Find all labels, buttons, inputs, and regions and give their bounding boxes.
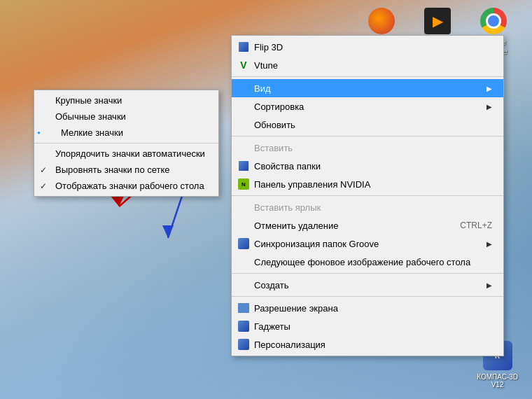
firefox-icon: [368, 7, 396, 35]
menu-item-normal-icons[interactable]: Обычные значки: [34, 108, 218, 125]
paste-icon: [237, 141, 250, 154]
screen-res-icon: [237, 302, 250, 314]
menu-item-flip3d[interactable]: Flip 3D: [232, 38, 503, 56]
check-align: ✓: [40, 165, 51, 175]
menu-item-view[interactable]: Вид ▶: [232, 79, 503, 97]
check-show: ✓: [40, 181, 51, 191]
menu-item-screen-res[interactable]: Разрешение экрана: [232, 299, 503, 317]
separator-r1: [232, 76, 503, 77]
label-auto-arrange: Упорядочить значки автоматически: [55, 148, 207, 159]
label-gadgets: Гаджеты: [254, 321, 492, 332]
next-wallpaper-icon: [237, 255, 250, 268]
menu-item-auto-arrange[interactable]: Упорядочить значки автоматически: [34, 146, 218, 162]
menu-item-undo-delete[interactable]: Отменить удаление CTRL+Z: [232, 216, 503, 234]
label-align-grid: Выровнять значки по сетке: [55, 164, 207, 175]
menu-item-sort[interactable]: Сортировка ▶: [232, 97, 503, 115]
vtune-icon: V: [237, 59, 250, 71]
refresh-icon: [237, 118, 250, 131]
label-vtune: Vtune: [254, 60, 492, 71]
view-icon: [237, 82, 250, 94]
kmplayer-icon: ▶: [424, 7, 451, 35]
menu-item-large-icons[interactable]: Крупные значки: [34, 92, 218, 108]
menu-item-personalize[interactable]: Персонализация: [232, 335, 503, 354]
label-normal-icons: Обычные значки: [55, 111, 207, 122]
separator-r4: [232, 273, 503, 274]
menu-item-nvidia[interactable]: N Панель управления NVIDIA: [232, 175, 503, 193]
menu-item-groove-sync[interactable]: Синхронизация папок Groove ▶: [232, 234, 503, 253]
label-refresh: Обновить: [254, 120, 492, 130]
create-submenu-arrow: ▶: [486, 281, 492, 289]
undo-shortcut: CTRL+Z: [446, 220, 492, 230]
label-paste: Вставить: [254, 143, 492, 153]
chrome-icon: [479, 7, 507, 35]
menu-item-small-icons[interactable]: Мелкие значки: [34, 125, 218, 141]
create-icon: [237, 279, 250, 291]
groove-sync-icon: [237, 237, 250, 250]
menu-item-create[interactable]: Создать ▶: [232, 276, 503, 294]
label-groove-sync: Синхронизация папок Groove: [254, 239, 482, 249]
menu-item-vtune[interactable]: V Vtune: [232, 56, 503, 74]
kompas-icon-label: КОМПАС-3DV12: [477, 373, 518, 388]
folder-props-icon: [237, 160, 250, 172]
label-show-icons: Отображать значки рабочего стола: [55, 181, 207, 191]
left-context-menu: Крупные значки Обычные значки Мелкие зна…: [34, 90, 219, 197]
gadgets-icon: [237, 320, 250, 332]
separator-1: [34, 143, 218, 144]
menu-item-gadgets[interactable]: Гаджеты: [232, 317, 503, 335]
paste-shortcut-icon: [237, 201, 250, 214]
sort-icon: [237, 100, 250, 113]
label-flip3d: Flip 3D: [254, 42, 492, 52]
label-folder-props: Свойства папки: [254, 161, 492, 172]
label-sort: Сортировка: [254, 102, 482, 112]
label-create: Создать: [254, 280, 482, 290]
menu-item-paste-shortcut: Вставить ярлык: [232, 198, 503, 216]
menu-item-paste: Вставить: [232, 139, 503, 157]
personalize-icon: [237, 338, 250, 351]
menu-item-next-wallpaper[interactable]: Следующее фоновое изображение рабочего с…: [232, 253, 503, 271]
menu-item-folder-props[interactable]: Свойства папки: [232, 157, 503, 175]
label-paste-shortcut: Вставить ярлык: [254, 202, 492, 213]
menu-item-show-icons[interactable]: ✓ Отображать значки рабочего стола: [34, 178, 218, 194]
label-undo-delete: Отменить удаление: [254, 220, 442, 231]
sort-submenu-arrow: ▶: [486, 103, 492, 111]
nvidia-icon: N: [237, 178, 250, 190]
menu-item-align-grid[interactable]: ✓ Выровнять значки по сетке: [34, 162, 218, 178]
label-nvidia: Панель управления NVIDIA: [254, 179, 492, 190]
label-next-wallpaper: Следующее фоновое изображение рабочего с…: [254, 257, 492, 267]
menu-item-refresh[interactable]: Обновить: [232, 115, 503, 134]
label-small-icons: Мелкие значки: [61, 127, 207, 138]
label-view: Вид: [254, 83, 482, 94]
separator-r2: [232, 136, 503, 136]
label-large-icons: Крупные значки: [55, 95, 207, 106]
right-context-menu: Flip 3D V Vtune Вид ▶ Сортировка ▶ Обнов…: [231, 35, 504, 356]
undo-delete-icon: [237, 219, 250, 232]
groove-submenu-arrow: ▶: [486, 240, 492, 248]
view-submenu-arrow: ▶: [486, 85, 492, 92]
separator-r3: [232, 195, 503, 196]
label-personalize: Персонализация: [254, 340, 492, 350]
label-screen-res: Разрешение экрана: [254, 303, 492, 314]
separator-r5: [232, 296, 503, 297]
flip3d-icon: [237, 41, 250, 53]
